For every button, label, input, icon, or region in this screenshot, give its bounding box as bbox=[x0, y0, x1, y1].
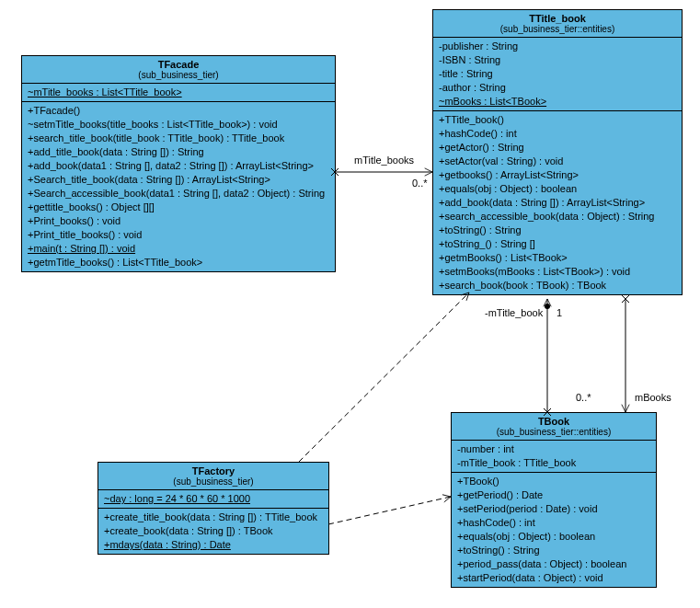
class-tfacade-name: TFacade bbox=[28, 59, 329, 70]
class-tfactory-attrs: ~day : long = 24 * 60 * 60 * 1000 bbox=[98, 490, 328, 509]
class-tbook-stereotype: (sub_business_tier::entities) bbox=[457, 427, 650, 437]
dep-factory-tbook bbox=[328, 497, 451, 524]
label-mtitle-books: mTitle_books bbox=[354, 155, 414, 166]
class-ttitlebook[interactable]: TTitle_book (sub_business_tier::entities… bbox=[432, 9, 683, 295]
label-mtitle-book: -mTitle_book bbox=[485, 307, 543, 318]
class-ttitlebook-ops: +TTitle_book() +hashCode() : int +getAct… bbox=[433, 111, 682, 294]
class-tbook-ops: +TBook() +getPeriod() : Date +setPeriod(… bbox=[452, 473, 656, 587]
class-ttitlebook-name: TTitle_book bbox=[439, 13, 676, 24]
class-tfactory-name: TFactory bbox=[104, 465, 323, 476]
dep-factory-ttitlebook bbox=[299, 293, 469, 462]
class-tfactory-ops: +create_title_book(data : String []) : T… bbox=[98, 509, 328, 554]
class-tbook-name: TBook bbox=[457, 416, 650, 427]
class-ttitlebook-header: TTitle_book (sub_business_tier::entities… bbox=[433, 10, 682, 38]
class-tbook-attrs: -number : int -mTitle_book : TTitle_book bbox=[452, 441, 656, 473]
label-mtitle-books-mult: 0..* bbox=[412, 178, 428, 189]
class-tbook-header: TBook (sub_business_tier::entities) bbox=[452, 413, 656, 441]
class-tfactory-header: TFactory (sub_business_tier) bbox=[98, 463, 328, 490]
class-tfactory[interactable]: TFactory (sub_business_tier) ~day : long… bbox=[98, 462, 329, 555]
label-mtitle-book-mult: 1 bbox=[557, 307, 562, 318]
label-mbooks-mult: 0..* bbox=[576, 392, 591, 403]
class-ttitlebook-attrs: -publisher : String -ISBN : String -titl… bbox=[433, 38, 682, 111]
class-ttitlebook-stereotype: (sub_business_tier::entities) bbox=[439, 24, 676, 34]
class-tfacade-attrs: ~mTitle_books : List<TTitle_book> bbox=[22, 84, 335, 102]
class-tfacade[interactable]: TFacade (sub_business_tier) ~mTitle_book… bbox=[21, 55, 336, 272]
label-mbooks: mBooks bbox=[635, 392, 671, 403]
class-tfactory-stereotype: (sub_business_tier) bbox=[104, 476, 323, 487]
class-tfacade-stereotype: (sub_business_tier) bbox=[28, 70, 329, 80]
class-tfacade-ops: +TFacade() ~setmTitle_books(title_books … bbox=[22, 102, 335, 271]
class-tbook[interactable]: TBook (sub_business_tier::entities) -num… bbox=[451, 412, 657, 588]
class-tfacade-header: TFacade (sub_business_tier) bbox=[22, 56, 335, 84]
